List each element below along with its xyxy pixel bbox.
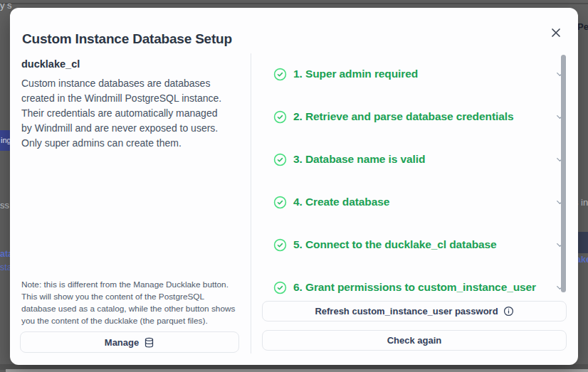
circle-check-icon: [273, 153, 287, 166]
setup-step-row[interactable]: 3. Database name is valid: [262, 138, 567, 181]
circle-check-icon: [273, 68, 287, 81]
check-again-button-label: Check again: [387, 335, 442, 346]
database-name-heading: ducklake_cl: [21, 58, 80, 70]
close-button[interactable]: [545, 22, 567, 43]
background-row-fragment: [578, 232, 588, 253]
circle-check-icon: [273, 281, 287, 294]
database-icon: [144, 337, 154, 348]
manage-note: Note: this is different from the Manage …: [21, 279, 251, 327]
setup-step-row[interactable]: 4. Create database: [262, 181, 567, 223]
steps-scrollbar[interactable]: [561, 55, 566, 292]
manage-button-label: Manage: [105, 337, 139, 348]
step-label: 4. Create database: [293, 196, 389, 208]
check-again-button[interactable]: Check again: [262, 330, 567, 351]
steps-action-buttons: Refresh custom_instance_user password Ch…: [262, 301, 567, 351]
step-label: 2. Retrieve and parse database credentia…: [293, 110, 513, 123]
background-text-fragment: y s: [0, 0, 12, 11]
background-text-fragment: Pe: [577, 21, 588, 32]
database-description: Custom instance databases are databases …: [21, 76, 251, 151]
screen: y s ing ss ata sta Pe s in ake Custom In…: [0, 0, 588, 372]
setup-step-row[interactable]: 2. Retrieve and parse database credentia…: [262, 95, 567, 138]
steps-list: 1. Super admin required 2. Retrieve and …: [262, 53, 567, 309]
step-label: 6. Grant permissions to custom_instance_…: [293, 281, 536, 294]
step-label: 5. Connect to the ducklake_cl database: [293, 238, 497, 251]
circle-check-icon: [273, 110, 287, 124]
refresh-password-button-label: Refresh custom_instance_user password: [315, 306, 498, 317]
refresh-password-button[interactable]: Refresh custom_instance_user password: [262, 301, 567, 321]
circle-check-icon: [273, 196, 287, 209]
x-icon: [549, 26, 563, 40]
circle-check-icon: [273, 238, 287, 252]
background-divider-line: [0, 3, 588, 4]
setup-step-row[interactable]: 5. Connect to the ducklake_cl database: [262, 223, 567, 266]
custom-instance-database-setup-dialog: Custom Instance Database Setup ducklake_…: [10, 8, 578, 365]
background-text-fragment: ss: [0, 200, 9, 211]
manage-button[interactable]: Manage: [20, 331, 239, 353]
step-label: 1. Super admin required: [293, 68, 418, 80]
step-label: 3. Database name is valid: [293, 153, 425, 166]
background-page-edge: [6, 369, 588, 372]
info-icon[interactable]: [503, 306, 514, 317]
setup-step-row[interactable]: 1. Super admin required: [262, 53, 567, 95]
dialog-title: Custom Instance Database Setup: [22, 31, 232, 47]
column-divider: [251, 53, 251, 354]
